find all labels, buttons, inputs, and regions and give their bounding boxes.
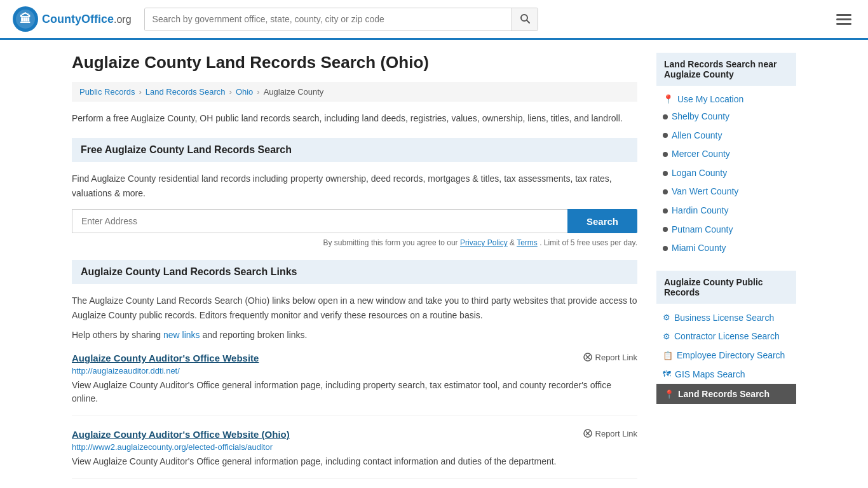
- hamburger-icon: [836, 14, 851, 25]
- sharing-line: Help others by sharing new links and rep…: [72, 330, 637, 340]
- search-icon: [520, 13, 530, 24]
- report-icon-2: [583, 429, 592, 438]
- use-my-location-link[interactable]: 📍 Use My Location: [656, 91, 796, 107]
- page-title: Auglaize County Land Records Search (Ohi…: [72, 53, 637, 72]
- putnam-county-label: Putnam County: [672, 224, 733, 236]
- sidebar-public-records-title: Auglaize County Public Records: [656, 271, 796, 304]
- header-search-bar: [144, 8, 538, 31]
- shelby-dot: [663, 114, 668, 119]
- sharing-text: Help others by sharing: [72, 330, 161, 340]
- free-search-title: Free Auglaize County Land Records Search: [72, 138, 637, 162]
- sidebar-county-hardin[interactable]: Hardin County: [656, 201, 796, 220]
- privacy-policy-link[interactable]: Privacy Policy: [460, 238, 508, 247]
- free-search-description: Find Auglaize County residential land re…: [72, 172, 637, 200]
- contractor-license-label: Contractor License Search: [674, 330, 780, 343]
- hardin-dot: [663, 208, 668, 214]
- form-notice-text: By submitting this form you agree to our: [323, 238, 458, 247]
- shelby-county-label: Shelby County: [672, 111, 729, 123]
- report-link-button-1[interactable]: Report Link: [583, 353, 637, 362]
- new-links-link[interactable]: new links: [163, 330, 200, 340]
- vanwert-county-label: Van Wert County: [672, 186, 738, 198]
- link-item-1: Auglaize County Auditor's Office Website…: [72, 353, 637, 416]
- breadcrumb-sep-1: ›: [139, 87, 141, 97]
- link-item-1-title[interactable]: Auglaize County Auditor's Office Website: [72, 353, 259, 363]
- mercer-county-label: Mercer County: [672, 148, 730, 161]
- vanwert-dot: [663, 189, 668, 194]
- land-records-icon: 📍: [664, 390, 674, 399]
- svg-text:🏛: 🏛: [20, 12, 31, 25]
- allen-dot: [663, 133, 668, 138]
- allen-county-label: Allen County: [672, 130, 722, 142]
- sidebar-business-license[interactable]: ⚙ Business License Search: [656, 309, 796, 328]
- site-header: 🏛 CountyOffice.org: [0, 0, 868, 40]
- form-notice: By submitting this form you agree to our…: [72, 238, 637, 247]
- gis-maps-label: GIS Maps Search: [675, 369, 745, 381]
- breadcrumb-sep-2: ›: [229, 87, 232, 97]
- sidebar-county-vanwert[interactable]: Van Wert County: [656, 182, 796, 201]
- page-description: Perform a free Auglaize County, OH publi…: [72, 111, 637, 125]
- location-icon: 📍: [663, 94, 674, 104]
- sidebar-contractor-license[interactable]: ⚙ Contractor License Search: [656, 327, 796, 346]
- miami-county-label: Miami County: [672, 242, 726, 255]
- breadcrumb-public-records[interactable]: Public Records: [79, 87, 135, 97]
- link-item-1-desc: View Auglaize County Auditor's Office ge…: [72, 379, 637, 405]
- links-description: The Auglaize County Land Records Search …: [72, 294, 637, 322]
- sidebar-county-miami[interactable]: Miami County: [656, 239, 796, 258]
- contractor-license-icon: ⚙: [663, 331, 670, 342]
- miami-dot: [663, 246, 668, 251]
- link-item-2: Auglaize County Auditor's Office Website…: [72, 429, 637, 479]
- sidebar-gis-maps[interactable]: 🗺 GIS Maps Search: [656, 365, 796, 384]
- sidebar-county-mercer[interactable]: Mercer County: [656, 145, 796, 164]
- gis-maps-icon: 🗺: [663, 369, 671, 380]
- logan-county-label: Logan County: [672, 167, 727, 180]
- sidebar-nearby-title: Land Records Search near Auglaize County: [656, 53, 796, 86]
- logo-icon: 🏛: [13, 6, 38, 32]
- breadcrumb-current: Auglaize County: [264, 87, 324, 97]
- main-container: Auglaize County Land Records Search (Ohi…: [59, 40, 809, 488]
- form-notice-and: &: [510, 238, 517, 247]
- breadcrumb-ohio[interactable]: Ohio: [236, 87, 253, 97]
- header-search-button[interactable]: [512, 8, 538, 30]
- links-section: Auglaize County Land Records Search Link…: [72, 260, 637, 479]
- links-section-title: Auglaize County Land Records Search Link…: [72, 260, 637, 284]
- address-search-row: Search: [72, 209, 637, 233]
- free-search-section: Free Auglaize County Land Records Search…: [72, 138, 637, 247]
- link-item-1-header: Auglaize County Auditor's Office Website…: [72, 353, 637, 363]
- sidebar-county-putnam[interactable]: Putnam County: [656, 220, 796, 240]
- logo[interactable]: 🏛 CountyOffice.org: [13, 6, 132, 32]
- report-icon-1: [583, 353, 592, 362]
- employee-directory-label: Employee Directory Search: [677, 349, 785, 362]
- sidebar-county-shelby[interactable]: Shelby County: [656, 107, 796, 126]
- svg-line-4: [527, 20, 529, 23]
- logo-text: CountyOffice.org: [42, 13, 132, 26]
- link-item-2-desc: View Auglaize County Auditor's Office ge…: [72, 455, 637, 468]
- link-item-2-header: Auglaize County Auditor's Office Website…: [72, 429, 637, 440]
- land-records-label: Land Records Search: [678, 389, 770, 399]
- sidebar: Land Records Search near Auglaize County…: [656, 53, 796, 488]
- logan-dot: [663, 171, 668, 176]
- business-license-icon: ⚙: [663, 312, 670, 323]
- link-item-2-title[interactable]: Auglaize County Auditor's Office Website…: [72, 429, 290, 440]
- content-area: Auglaize County Land Records Search (Ohi…: [72, 53, 637, 488]
- search-button[interactable]: Search: [567, 209, 637, 233]
- sidebar-employee-directory[interactable]: 📋 Employee Directory Search: [656, 346, 796, 365]
- form-notice-limit: . Limit of 5 free uses per day.: [539, 238, 637, 247]
- putnam-dot: [663, 227, 668, 232]
- sidebar-land-records-active[interactable]: 📍 Land Records Search: [656, 384, 796, 404]
- header-search-input[interactable]: [145, 8, 512, 30]
- sidebar-nearby-section: Land Records Search near Auglaize County…: [656, 53, 796, 258]
- mercer-dot: [663, 152, 668, 157]
- use-location-label: Use My Location: [677, 94, 743, 104]
- employee-directory-icon: 📋: [663, 350, 673, 362]
- business-license-label: Business License Search: [674, 312, 774, 325]
- address-input[interactable]: [72, 209, 567, 233]
- sidebar-county-allen[interactable]: Allen County: [656, 126, 796, 146]
- link-item-2-url[interactable]: http://www2.auglaizecounty.org/elected-o…: [72, 442, 637, 452]
- breadcrumb-land-records[interactable]: Land Records Search: [146, 87, 226, 97]
- sidebar-county-logan[interactable]: Logan County: [656, 164, 796, 183]
- report-link-button-2[interactable]: Report Link: [583, 429, 637, 438]
- hamburger-button[interactable]: [832, 10, 855, 29]
- sidebar-public-records-section: Auglaize County Public Records ⚙ Busines…: [656, 271, 796, 404]
- link-item-1-url[interactable]: http://auglaizeauditor.ddti.net/: [72, 366, 637, 376]
- terms-link[interactable]: Terms: [517, 238, 538, 247]
